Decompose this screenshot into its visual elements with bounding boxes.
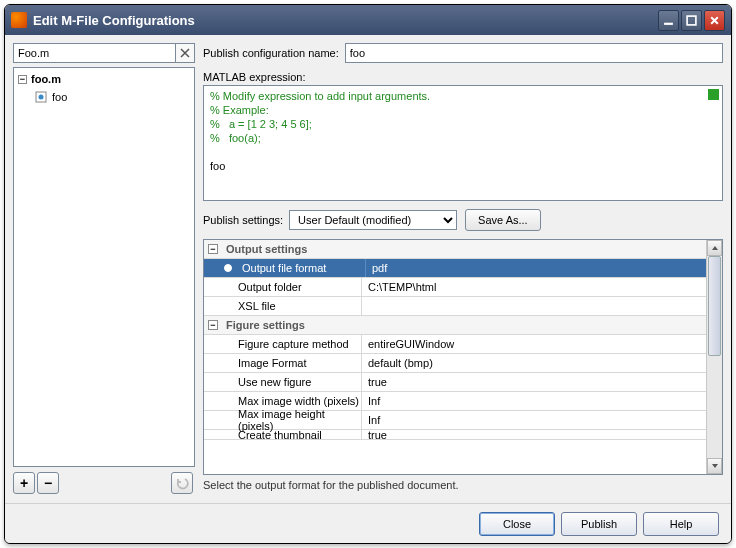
- radio-icon: [224, 264, 232, 272]
- scroll-down-button[interactable]: [707, 458, 722, 474]
- tree-child-item[interactable]: foo: [16, 88, 192, 106]
- expression-label: MATLAB expression:: [203, 71, 723, 83]
- dialog-footer: Close Publish Help: [5, 503, 731, 543]
- grid-scrollbar[interactable]: [706, 240, 722, 474]
- close-button[interactable]: [704, 10, 725, 31]
- svg-rect-0: [664, 22, 673, 24]
- collapse-icon[interactable]: −: [18, 75, 27, 84]
- app-icon: [11, 12, 27, 28]
- x-icon: [180, 48, 190, 58]
- hint-text: Select the output format for the publish…: [203, 479, 723, 495]
- dialog-window: Edit M-File Configurations − foo.m: [4, 4, 732, 544]
- titlebar[interactable]: Edit M-File Configurations: [5, 5, 731, 35]
- left-panel: − foo.m foo + −: [13, 43, 195, 495]
- publish-settings-label: Publish settings:: [203, 214, 283, 226]
- scroll-up-button[interactable]: [707, 240, 722, 256]
- collapse-icon[interactable]: −: [208, 244, 218, 254]
- clear-filter-button[interactable]: [175, 43, 195, 63]
- config-name-label: Publish configuration name:: [203, 47, 339, 59]
- row-create-thumbnail[interactable]: Create thumbnail true: [204, 430, 706, 440]
- publish-button[interactable]: Publish: [561, 512, 637, 536]
- row-max-image-height[interactable]: Max image height (pixels) Inf: [204, 411, 706, 430]
- row-output-file-format[interactable]: Output file format pdf: [204, 259, 706, 278]
- window-title: Edit M-File Configurations: [33, 13, 656, 28]
- undo-icon: [175, 476, 189, 490]
- expression-editor[interactable]: % Modify expression to add input argumen…: [203, 85, 723, 201]
- config-tree[interactable]: − foo.m foo: [13, 67, 195, 467]
- maximize-button[interactable]: [681, 10, 702, 31]
- tree-root-label: foo.m: [31, 73, 61, 85]
- filter-input[interactable]: [13, 43, 176, 63]
- publish-settings-combo[interactable]: User Default (modified): [289, 210, 457, 230]
- tree-root-item[interactable]: − foo.m: [16, 70, 192, 88]
- tree-child-label: foo: [52, 91, 67, 103]
- minimize-button[interactable]: [658, 10, 679, 31]
- svg-point-3: [39, 95, 44, 100]
- dialog-body: − foo.m foo + − Publish co: [5, 35, 731, 503]
- section-figure-settings[interactable]: − Figure settings: [204, 316, 706, 335]
- scroll-thumb[interactable]: [708, 256, 721, 356]
- config-name-input[interactable]: [345, 43, 723, 63]
- svg-rect-1: [687, 16, 696, 25]
- row-use-new-figure[interactable]: Use new figure true: [204, 373, 706, 392]
- config-icon: [34, 90, 48, 104]
- row-image-format[interactable]: Image Format default (bmp): [204, 354, 706, 373]
- remove-config-button[interactable]: −: [37, 472, 59, 494]
- row-output-folder[interactable]: Output folder C:\TEMP\html: [204, 278, 706, 297]
- save-as-button[interactable]: Save As...: [465, 209, 541, 231]
- add-config-button[interactable]: +: [13, 472, 35, 494]
- row-xsl-file[interactable]: XSL file: [204, 297, 706, 316]
- settings-grid: − Output settings Output file format pdf…: [203, 239, 723, 475]
- section-output-settings[interactable]: − Output settings: [204, 240, 706, 259]
- revert-button[interactable]: [171, 472, 193, 494]
- code-status-marker: [708, 89, 719, 100]
- right-panel: Publish configuration name: MATLAB expre…: [203, 43, 723, 495]
- row-figure-capture-method[interactable]: Figure capture method entireGUIWindow: [204, 335, 706, 354]
- collapse-icon[interactable]: −: [208, 320, 218, 330]
- close-dialog-button[interactable]: Close: [479, 512, 555, 536]
- help-button[interactable]: Help: [643, 512, 719, 536]
